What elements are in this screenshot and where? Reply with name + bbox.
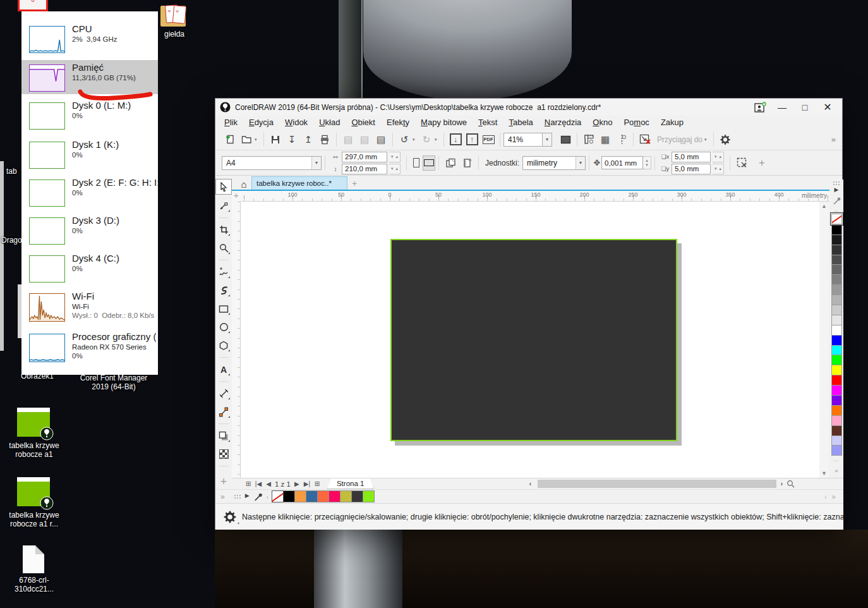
horizontal-scrollbar-thumb[interactable] [538,480,776,488]
ruler-origin-icon[interactable]: ✛ [232,191,241,202]
color-swatch[interactable] [831,415,842,426]
color-swatch[interactable] [831,315,842,325]
doc-color-swatch[interactable] [283,490,295,502]
eyedropper-icon[interactable] [833,196,841,205]
first-page-icon[interactable]: |◀ [253,480,263,487]
cdr-file-icon[interactable] [17,477,50,506]
palette-overflow-icon[interactable]: » [835,468,838,475]
panel-scrollbar[interactable] [18,284,21,338]
fullscreen-preview-icon[interactable] [557,131,574,148]
add-page-icon[interactable]: ⊞ [243,480,253,487]
publish-pdf-icon[interactable]: PDF [480,131,497,148]
title-bar[interactable]: CorelDRAW 2019 (64-Bit Wersja próbna) - … [215,99,842,116]
polygon-tool[interactable] [216,338,231,353]
portrait-button[interactable] [410,155,423,171]
menu-item[interactable]: Zakup [656,117,689,128]
open-icon[interactable] [238,131,255,148]
connector-tool[interactable] [216,404,231,419]
duplicate-x-field[interactable]: 5,0 mm [672,152,711,162]
scroll-left-icon[interactable]: ‹ [525,480,535,487]
color-swatch[interactable] [831,274,842,285]
paste-icon[interactable]: ▤ [373,131,389,148]
redo-dropdown-icon[interactable]: ▾ [435,137,440,142]
palette-flyout-icon[interactable]: ▶ [835,186,839,195]
duplicate-y-field[interactable]: 5,0 mm [672,164,711,174]
menu-item[interactable]: Tekst [473,117,502,128]
doc-color-swatch[interactable] [363,490,375,502]
artistic-media-tool[interactable] [216,283,231,298]
current-page-button[interactable] [459,155,475,171]
text-tool[interactable]: A [216,362,231,377]
color-swatch[interactable] [831,445,842,456]
copy-icon[interactable]: ▤ [356,131,373,148]
dimension-tool[interactable] [216,386,231,401]
cdr-file-label[interactable]: tabelka krzywe robocze a1 r... [5,511,63,528]
save-icon[interactable] [267,131,284,148]
color-swatch[interactable] [831,355,842,365]
menu-item[interactable]: Obiekt [346,117,380,128]
menu-item[interactable]: Edycja [244,117,279,128]
crop-tool[interactable] [216,222,231,237]
options-gear-icon[interactable] [717,131,733,148]
menu-item[interactable]: Widok [280,117,313,128]
taskmgr-row-disk2[interactable]: Dysk 2 (E: F: G: H: I: 0% [21,178,158,214]
customize-plus-icon[interactable]: + [759,157,765,169]
color-swatch[interactable] [831,395,842,406]
sign-in-icon[interactable] [754,102,766,112]
color-swatch[interactable] [831,365,842,375]
zoom-level-input[interactable]: 41% [503,133,543,147]
status-gear-icon[interactable]: ▾ [223,510,237,524]
new-document-icon[interactable] [222,131,238,148]
taskmgr-row-disk4[interactable]: Dysk 4 (C:) 0% [21,254,158,289]
horizontal-ruler[interactable]: 10050050100150200250300350400 milimetry [241,191,829,202]
spinner-buttons[interactable]: ▲▼ [643,156,651,169]
undo-dropdown-icon[interactable]: ▾ [413,137,418,142]
corel-font-manager-label[interactable]: Corel Font Manager 2019 (64-Bit) [69,374,158,391]
doc-color-swatch[interactable] [329,490,341,502]
taskmgr-row-cpu[interactable]: CPU 2% 3,94 GHz [21,25,158,60]
scroll-up-icon[interactable]: ▲ [821,202,827,210]
color-swatch[interactable] [831,345,842,356]
doc-color-swatch[interactable] [351,490,363,502]
color-swatch[interactable] [831,375,842,386]
cdr-file-icon[interactable] [17,408,50,437]
color-swatch[interactable] [831,405,842,416]
last-page-icon[interactable]: ▶| [302,480,312,487]
document-file-icon[interactable] [23,545,44,573]
menu-item[interactable]: Okno [588,117,617,128]
home-icon[interactable]: ⌂ [238,179,250,190]
chevron-down-icon[interactable]: ▼ [311,157,321,169]
next-page-icon[interactable]: ▶ [292,480,302,487]
page-height-field[interactable]: 210,0 mm [342,164,387,174]
doc-palette-scroll-right-icon[interactable]: › [824,493,827,501]
drop-shadow-tool[interactable] [216,429,231,443]
all-pages-button[interactable] [442,155,459,171]
freehand-tool[interactable] [216,265,231,279]
spinner-buttons[interactable]: ▼ ▲ [389,152,401,162]
navigator-zoom-icon[interactable] [787,480,798,488]
menu-item[interactable]: Tabela [503,117,538,128]
undo-icon[interactable]: ↺ [396,131,413,148]
zoom-level-dropdown-icon[interactable]: ▼ [543,133,552,147]
doc-palette-overflow-icon[interactable]: » [831,492,836,501]
spinner-buttons[interactable]: ▼ ▲ [389,164,401,174]
doc-palette-flyout-icon[interactable]: ▶ [245,492,250,501]
add-page-icon[interactable]: ⊞ [312,480,322,487]
vertical-ruler[interactable] [232,202,241,478]
toolbar-overflow-icon[interactable]: » [831,135,836,144]
treat-as-filled-button[interactable] [733,155,750,171]
no-color-swatch[interactable] [831,214,842,224]
snap-to-dropdown-icon[interactable]: ▾ [704,137,710,142]
menu-item[interactable]: Narzędzia [539,117,587,128]
partial-red-icon[interactable]: 0 [18,0,48,11]
transparency-tool[interactable] [216,447,231,461]
show-rulers-icon[interactable] [581,131,597,148]
show-guidelines-icon[interactable] [613,131,630,148]
color-swatch[interactable] [831,295,842,305]
spinner-buttons[interactable]: ▼ ▲ [713,164,724,174]
taskmgr-row-disk3[interactable]: Dysk 3 (D:) 0% [21,216,158,252]
palette-grip[interactable] [234,494,241,499]
import-content-icon[interactable]: ↧ [284,131,300,148]
color-swatch[interactable] [831,224,842,235]
page-tab[interactable]: Strona 1 [327,478,373,489]
